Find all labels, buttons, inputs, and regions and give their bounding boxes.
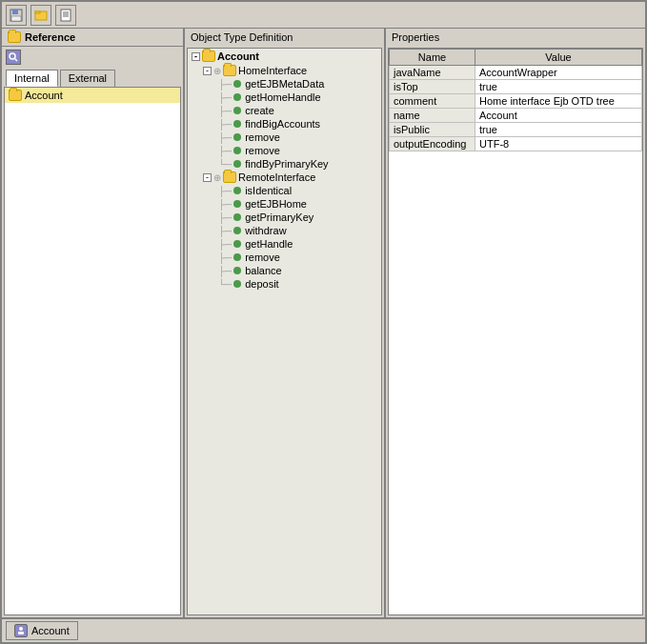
expand-home-icon[interactable]: - bbox=[203, 67, 212, 75]
props-value-5: UTF-8 bbox=[475, 137, 642, 151]
tree-root-account[interactable]: - Account bbox=[188, 49, 381, 64]
props-value-1: true bbox=[475, 80, 642, 94]
tab-external[interactable]: External bbox=[60, 70, 115, 87]
props-row-3: nameAccount bbox=[390, 109, 642, 123]
tree-remove1-label: remove bbox=[245, 131, 280, 143]
content-area: Reference Internal External Account bbox=[2, 29, 645, 617]
method-icon-7 bbox=[233, 160, 241, 168]
tree-balance[interactable]: ├─ balance bbox=[188, 264, 381, 277]
props-value-2: Home interface Ejb OTD tree bbox=[475, 94, 642, 109]
home-folder-icon bbox=[223, 65, 236, 76]
tree-create-label: create bbox=[245, 105, 274, 116]
reference-folder-icon bbox=[8, 31, 21, 43]
account-folder-icon bbox=[9, 90, 22, 101]
expand-remote-icon[interactable]: - bbox=[203, 173, 212, 182]
left-panel-icon-row bbox=[2, 47, 183, 68]
tab-internal[interactable]: Internal bbox=[6, 70, 58, 87]
props-value-3: Account bbox=[475, 109, 642, 123]
tree-findByPrimaryKey[interactable]: └─ findByPrimaryKey bbox=[188, 157, 381, 171]
status-icon bbox=[14, 624, 28, 637]
svg-line-10 bbox=[15, 59, 18, 62]
props-name-2: comment bbox=[390, 94, 475, 109]
remote-folder-icon bbox=[223, 171, 236, 183]
svg-rect-1 bbox=[12, 10, 18, 14]
status-tab-account[interactable]: Account bbox=[6, 621, 78, 640]
tree-branch-1: ├─ bbox=[218, 79, 232, 90]
tree-remove-remote[interactable]: ├─ remove bbox=[188, 251, 381, 264]
method-icon-1 bbox=[233, 80, 241, 88]
col-name-header: Name bbox=[390, 50, 475, 66]
props-value-0: AccountWrapper bbox=[475, 66, 642, 80]
tree-rbranch-4: ├─ bbox=[218, 226, 232, 236]
tree-branch-6: ├─ bbox=[218, 146, 232, 156]
tree-create[interactable]: ├─ create bbox=[188, 104, 381, 117]
props-value-4: true bbox=[475, 123, 642, 137]
svg-point-9 bbox=[10, 53, 15, 59]
tree-balance-label: balance bbox=[245, 265, 282, 276]
main-window: Reference Internal External Account bbox=[0, 0, 647, 644]
expand-root-icon[interactable]: - bbox=[192, 52, 200, 61]
tree-branch-3: ├─ bbox=[218, 106, 232, 116]
tree-getHomeHandle[interactable]: ├─ getHomeHandle bbox=[188, 91, 381, 104]
tree-findBigAccounts-label: findBigAccounts bbox=[245, 118, 320, 130]
method-icon-3 bbox=[233, 107, 241, 114]
tree-findBigAccounts[interactable]: ├─ findBigAccounts bbox=[188, 117, 381, 131]
svg-rect-2 bbox=[11, 16, 21, 21]
tree-isIdentical[interactable]: ├─ isIdentical bbox=[188, 184, 381, 197]
props-row-5: outputEncodingUTF-8 bbox=[390, 137, 642, 151]
left-tree-account-item[interactable]: Account bbox=[5, 88, 180, 103]
props-name-1: isTop bbox=[390, 80, 475, 94]
tree-getPrimaryKey[interactable]: ├─ getPrimaryKey bbox=[188, 211, 381, 224]
tree-rbranch-1: ├─ bbox=[218, 186, 232, 196]
tree-getHandle[interactable]: ├─ getHandle bbox=[188, 237, 381, 251]
svg-rect-12 bbox=[18, 632, 24, 634]
remote-method-icon-2 bbox=[233, 200, 241, 208]
toolbar-export-button[interactable] bbox=[55, 5, 76, 26]
tree-getHandle-label: getHandle bbox=[245, 238, 293, 250]
svg-rect-5 bbox=[61, 10, 71, 21]
tree-remove-1[interactable]: ├─ remove bbox=[188, 131, 381, 144]
toolbar-open-button[interactable] bbox=[30, 5, 51, 26]
props-table-wrapper[interactable]: Name Value javaNameAccountWrapperisToptr… bbox=[388, 48, 643, 615]
tree-getEJBMetaData[interactable]: ├─ getEJBMetaData bbox=[188, 77, 381, 91]
tabs-row: Internal External bbox=[2, 68, 183, 87]
props-name-0: javaName bbox=[390, 66, 475, 80]
tree-home-label: HomeInterface bbox=[238, 65, 307, 76]
toolbar-save-button[interactable] bbox=[6, 5, 27, 26]
method-icon-5 bbox=[233, 133, 241, 141]
root-folder-icon bbox=[202, 50, 215, 62]
props-row-4: isPublictrue bbox=[390, 123, 642, 137]
tree-home-interface[interactable]: - ⊕ HomeInterface bbox=[188, 64, 381, 77]
props-row-1: isToptrue bbox=[390, 80, 642, 94]
tree-branch-4: ├─ bbox=[218, 119, 232, 130]
middle-tree[interactable]: - Account - ⊕ HomeInterface ├─ getEJBMet… bbox=[187, 48, 382, 615]
tree-findByPrimaryKey-label: findByPrimaryKey bbox=[245, 158, 328, 170]
left-tree[interactable]: Account bbox=[4, 87, 181, 615]
tree-getEJBHome[interactable]: ├─ getEJBHome bbox=[188, 197, 381, 211]
tree-withdraw[interactable]: ├─ withdraw bbox=[188, 224, 381, 237]
props-row-0: javaNameAccountWrapper bbox=[390, 66, 642, 80]
remote-method-icon-7 bbox=[233, 267, 241, 274]
tree-rbranch-6: ├─ bbox=[218, 252, 232, 263]
remote-method-icon-6 bbox=[233, 253, 241, 261]
tree-rbranch-7: ├─ bbox=[218, 266, 232, 276]
remote-method-icon-8 bbox=[233, 280, 241, 288]
tree-remove2-label: remove bbox=[245, 145, 280, 156]
left-tree-account-label: Account bbox=[25, 90, 63, 101]
tree-remove-2[interactable]: ├─ remove bbox=[188, 144, 381, 157]
remote-method-icon-1 bbox=[233, 187, 241, 194]
tree-remote-interface[interactable]: - ⊕ RemoteInterface bbox=[188, 171, 381, 184]
tree-getHomeHandle-label: getHomeHandle bbox=[245, 91, 321, 103]
method-icon-4 bbox=[233, 120, 241, 128]
tree-connector-home: ⊕ bbox=[213, 66, 221, 76]
tree-withdraw-label: withdraw bbox=[245, 225, 286, 236]
tree-root-label: Account bbox=[217, 50, 259, 62]
tree-isIdentical-label: isIdentical bbox=[245, 185, 292, 196]
middle-panel: Object Type Definition - Account - ⊕ Hom… bbox=[185, 29, 386, 617]
tree-getPrimaryKey-label: getPrimaryKey bbox=[245, 211, 313, 223]
search-icon[interactable] bbox=[6, 50, 21, 65]
svg-point-11 bbox=[19, 627, 23, 631]
tree-deposit[interactable]: └─ deposit bbox=[188, 277, 381, 291]
left-panel: Reference Internal External Account bbox=[2, 29, 185, 617]
method-icon-2 bbox=[233, 93, 241, 101]
